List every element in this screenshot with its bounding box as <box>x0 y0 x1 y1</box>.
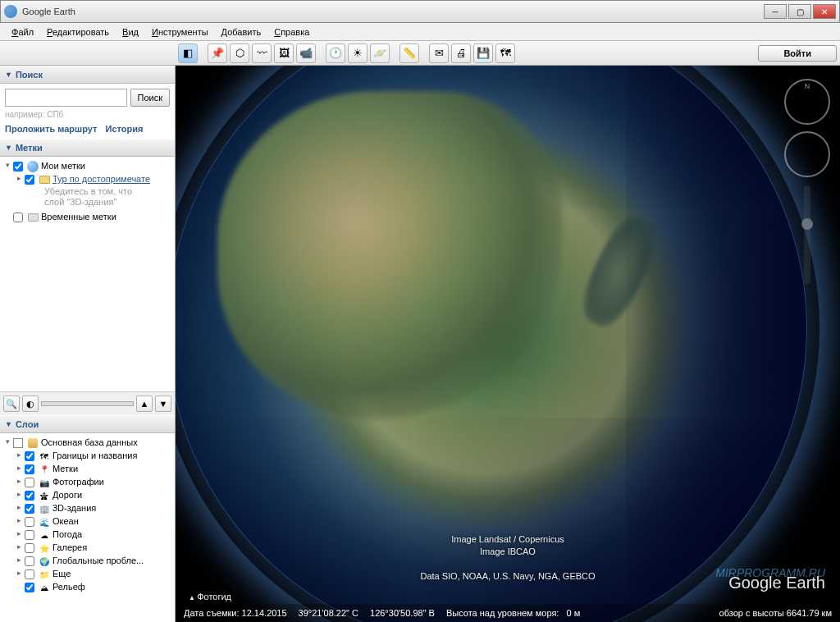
layer-item[interactable]: ▸📁Еще <box>3 568 171 581</box>
menu-file[interactable]: Файлdocument.currentScript.previousEleme… <box>5 25 40 39</box>
layer-item[interactable]: ▸🌊Океан <box>3 515 171 528</box>
layer-check[interactable] <box>25 451 34 461</box>
layer-check[interactable] <box>25 583 34 592</box>
layer-check[interactable] <box>25 556 34 566</box>
image-overlay-button[interactable]: 🖼 <box>274 43 294 63</box>
close-button[interactable]: ✕ <box>813 4 836 19</box>
look-ring[interactable]: N <box>784 79 830 125</box>
search-panel-header[interactable]: ▼ Поиск <box>0 66 175 84</box>
menu-view[interactable]: Вид <box>116 25 145 39</box>
layer-check[interactable] <box>25 478 34 487</box>
expand-icon[interactable] <box>15 582 23 590</box>
sunlight-button[interactable]: ☀ <box>348 43 368 63</box>
move-ring[interactable] <box>784 131 830 177</box>
move-up-button[interactable]: ▲ <box>136 396 153 412</box>
layer-item[interactable]: ▸🗺Границы и названия <box>3 450 171 463</box>
expand-icon[interactable]: ▸ <box>15 477 23 485</box>
sightseeing-tour-item[interactable]: Тур по достопримечате <box>52 174 171 184</box>
layer-check[interactable] <box>25 543 34 553</box>
polygon-button[interactable]: ⬡ <box>230 43 249 63</box>
zoom-slider[interactable] <box>804 185 810 284</box>
imagery-date: Дата съемки: 12.14.2015 <box>184 608 287 618</box>
history-button[interactable]: 🕐 <box>326 43 345 63</box>
expand-icon[interactable]: ▾ <box>3 437 11 446</box>
expand-icon[interactable]: ▸ <box>15 450 23 459</box>
search-input[interactable] <box>5 89 127 107</box>
expand-icon[interactable]: ▾ <box>3 161 11 169</box>
my-places-check[interactable] <box>13 162 23 172</box>
path-button[interactable]: 〰 <box>252 43 272 63</box>
expand-icon[interactable]: ▸ <box>15 556 23 564</box>
layer-icon: 🌍 <box>39 556 50 567</box>
search-button[interactable]: Поиск <box>130 89 170 107</box>
places-panel-header[interactable]: ▼ Метки <box>0 139 175 157</box>
tour-guide-toggle[interactable]: Фотогид <box>184 589 236 604</box>
menu-help[interactable]: Справка <box>267 25 316 39</box>
save-image-button[interactable]: 💾 <box>473 43 493 63</box>
temp-places-item[interactable]: Временные метки <box>41 212 171 222</box>
imagery-attribution: Image Landsat / Copernicus Image IBCAO D… <box>420 533 595 583</box>
layer-item[interactable]: ⛰Рельеф <box>3 581 171 594</box>
layers-panel-header[interactable]: ▼ Слои <box>0 415 175 433</box>
opacity-slider[interactable] <box>41 401 134 406</box>
expand-icon[interactable] <box>3 212 11 220</box>
database-check[interactable] <box>13 438 23 448</box>
collapse-icon: ▼ <box>5 71 12 79</box>
expand-icon[interactable]: ▸ <box>15 490 23 498</box>
places-contrast-button[interactable]: ◐ <box>22 396 39 412</box>
expand-icon[interactable]: ▸ <box>15 464 23 472</box>
layer-check[interactable] <box>25 504 34 514</box>
expand-icon[interactable]: ▸ <box>15 542 23 551</box>
layer-item[interactable]: ▸📍Метки <box>3 463 171 476</box>
globe-viewport[interactable]: N Image Landsat / Copernicus Image IBCAO… <box>176 66 840 622</box>
history-link[interactable]: История <box>105 124 143 134</box>
layer-item[interactable]: ▸🛣Дороги <box>3 489 171 502</box>
layer-label: Еще <box>52 569 171 579</box>
layer-check[interactable] <box>25 569 34 579</box>
temp-places-check[interactable] <box>13 213 23 222</box>
layer-icon: 🗺 <box>39 450 50 462</box>
layer-icon: 🏢 <box>39 503 50 515</box>
minimize-button[interactable]: ─ <box>764 4 787 19</box>
ruler-button[interactable]: 📏 <box>399 43 419 63</box>
tour-check[interactable] <box>25 175 34 185</box>
planet-button[interactable]: 🪐 <box>370 43 390 63</box>
layer-item[interactable]: ▸⭐Галерея <box>3 542 171 555</box>
layer-check[interactable] <box>25 491 34 501</box>
expand-icon[interactable]: ▸ <box>15 503 23 511</box>
placemark-button[interactable]: 📌 <box>208 43 227 63</box>
layer-check[interactable] <box>25 464 34 474</box>
layer-check[interactable] <box>25 517 34 527</box>
north-indicator: N <box>805 82 810 90</box>
menu-edit[interactable]: Редактировать <box>40 25 116 39</box>
layer-icon: ☁ <box>39 529 50 541</box>
record-tour-button[interactable]: 📹 <box>296 43 316 63</box>
expand-icon[interactable]: ▸ <box>15 529 23 537</box>
my-places-item[interactable]: Мои метки <box>41 161 171 171</box>
get-directions-link[interactable]: Проложить маршрут <box>5 124 97 134</box>
layer-item[interactable]: ▸🏢3D-здания <box>3 502 171 515</box>
menu-tools[interactable]: Инструменты <box>145 25 215 39</box>
expand-icon[interactable]: ▸ <box>15 174 23 182</box>
layer-item[interactable]: ▸📷Фотографии <box>3 476 171 489</box>
layer-item[interactable]: ▸☁Погода <box>3 528 171 542</box>
hide-sidebar-button[interactable]: ◧ <box>178 43 198 63</box>
places-toolbar: 🔍 ◐ ▲ ▼ <box>0 391 175 415</box>
primary-database-item[interactable]: Основная база данных <box>41 437 171 447</box>
maximize-button[interactable]: ▢ <box>788 4 811 19</box>
layer-icon: 📷 <box>39 477 50 488</box>
places-search-button[interactable]: 🔍 <box>3 396 20 412</box>
print-button[interactable]: 🖨 <box>451 43 471 63</box>
view-maps-button[interactable]: 🗺 <box>495 43 515 63</box>
expand-icon[interactable]: ▸ <box>15 516 23 524</box>
login-button[interactable]: Войти <box>758 45 837 62</box>
eye-altitude-value: обзор с высоты 6641.79 км <box>719 608 832 618</box>
search-hint: например: СПб <box>5 110 170 119</box>
expand-icon[interactable]: ▸ <box>15 569 23 577</box>
move-down-button[interactable]: ▼ <box>155 396 171 412</box>
layer-check[interactable] <box>25 530 34 540</box>
email-button[interactable]: ✉ <box>429 43 449 63</box>
menu-add[interactable]: Добавить <box>215 25 268 39</box>
zoom-thumb[interactable] <box>801 218 813 230</box>
layer-item[interactable]: ▸🌍Глобальные пробле... <box>3 555 171 568</box>
